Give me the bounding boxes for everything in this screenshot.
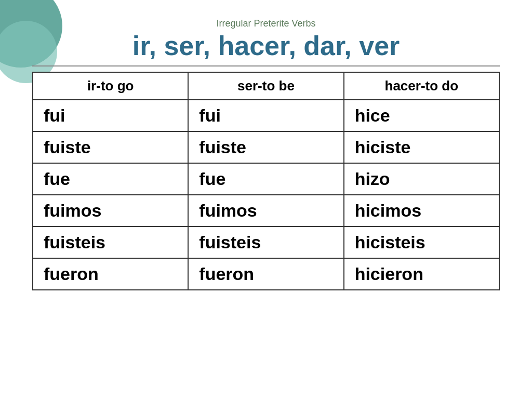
cell-r4-c2: hicisteis [344,227,499,258]
table-row: fuifuihice [33,100,499,131]
cell-r1-c2: hiciste [344,131,499,163]
table-row: fuimosfuimoshicimos [33,195,499,227]
cell-r1-c0: fuiste [33,131,188,163]
table-row: fueronfueronhicieron [33,258,499,290]
cell-r3-c2: hicimos [344,195,499,227]
cell-r2-c1: fue [188,163,343,195]
table-row: fuistefuistehiciste [33,131,499,163]
cell-r0-c0: fui [33,100,188,131]
cell-r0-c2: hice [344,100,499,131]
cell-r3-c1: fuimos [188,195,343,227]
cell-r0-c1: fui [188,100,343,131]
cell-r3-c0: fuimos [33,195,188,227]
cell-r1-c1: fuiste [188,131,343,163]
table-header-row: ir-to go ser-to be hacer-to do [33,72,499,100]
cell-r2-c0: fue [33,163,188,195]
col-header-ser: ser-to be [188,72,343,100]
cell-r4-c0: fuisteis [33,227,188,258]
page-container: Irregular Preterite Verbs ir, ser, hacer… [0,0,532,301]
divider [32,65,500,66]
conjugation-table: ir-to go ser-to be hacer-to do fuifuihic… [32,72,500,290]
cell-r5-c2: hicieron [344,258,499,290]
col-header-ir: ir-to go [33,72,188,100]
main-title: ir, ser, hacer, dar, ver [132,30,400,61]
subtitle: Irregular Preterite Verbs [216,18,315,29]
cell-r4-c1: fuisteis [188,227,343,258]
table-row: fuefuehizo [33,163,499,195]
cell-r5-c1: fueron [188,258,343,290]
cell-r5-c0: fueron [33,258,188,290]
cell-r2-c2: hizo [344,163,499,195]
col-header-hacer: hacer-to do [344,72,499,100]
table-row: fuisteisfuisteishicisteis [33,227,499,258]
